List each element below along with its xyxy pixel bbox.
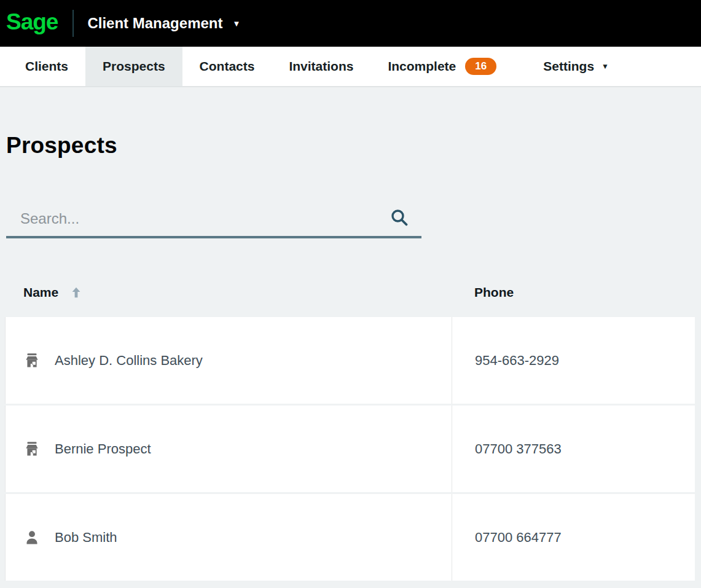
phone-cell: 07700 377563 — [452, 406, 695, 492]
prospect-phone: 07700 664777 — [475, 530, 562, 546]
sage-logo: Sage — [6, 10, 58, 37]
column-header-phone[interactable]: Phone — [452, 285, 695, 300]
search-field — [6, 198, 421, 238]
tab-contacts[interactable]: Contacts — [182, 47, 272, 86]
name-cell: Ashley D. Collins Bakery — [6, 317, 452, 404]
product-name: Client Management — [87, 15, 222, 32]
tab-label: Clients — [25, 59, 68, 74]
prospect-name: Ashley D. Collins Bakery — [55, 353, 203, 369]
tab-label: Prospects — [103, 59, 165, 74]
search-input[interactable] — [6, 198, 421, 236]
tab-label: Incomplete — [388, 59, 456, 74]
prospects-table: Name Phone Ashley D. Collins Bakery 95 — [5, 267, 695, 581]
table-header-row: Name Phone — [5, 267, 695, 317]
name-cell: Bob Smith — [6, 494, 452, 581]
table-row[interactable]: Ashley D. Collins Bakery 954-663-2929 — [5, 317, 695, 404]
tab-invitations[interactable]: Invitations — [272, 47, 370, 86]
page-title: Prospects — [6, 133, 695, 159]
table-row[interactable]: Bernie Prospect 07700 377563 — [5, 406, 695, 492]
prospect-name: Bernie Prospect — [55, 441, 151, 457]
incomplete-count-badge: 16 — [465, 58, 496, 75]
chevron-down-icon: ▼ — [232, 20, 240, 28]
tab-settings-dropdown[interactable]: Settings ▼ — [526, 47, 626, 86]
main-content: Prospects Name Phone — [0, 133, 701, 581]
tab-bar: Clients Prospects Contacts Invitations I… — [0, 47, 701, 87]
person-icon — [23, 529, 41, 546]
chevron-down-icon: ▼ — [601, 63, 609, 70]
column-label: Name — [23, 285, 58, 300]
tab-prospects[interactable]: Prospects — [85, 47, 182, 86]
tab-clients[interactable]: Clients — [8, 47, 85, 86]
topbar-divider — [72, 10, 74, 37]
product-switcher-dropdown[interactable]: Client Management ▼ — [87, 15, 240, 32]
tab-label: Contacts — [200, 59, 255, 74]
prospect-phone: 07700 377563 — [475, 441, 562, 457]
phone-cell: 954-663-2929 — [452, 317, 695, 404]
prospect-phone: 954-663-2929 — [475, 353, 559, 369]
name-cell: Bernie Prospect — [6, 406, 452, 492]
topbar: Sage Client Management ▼ — [0, 0, 701, 47]
sort-up-arrow-icon — [69, 286, 83, 299]
table-row[interactable]: Bob Smith 07700 664777 — [5, 494, 695, 581]
prospect-name: Bob Smith — [55, 530, 117, 546]
search-icon[interactable] — [390, 208, 409, 227]
storefront-icon — [23, 352, 41, 369]
column-label: Phone — [474, 285, 514, 300]
tab-label: Invitations — [289, 59, 353, 74]
storefront-icon — [23, 441, 41, 458]
tab-incomplete[interactable]: Incomplete 16 — [370, 47, 514, 86]
phone-cell: 07700 664777 — [452, 494, 695, 581]
tab-label: Settings — [543, 59, 594, 74]
column-header-name[interactable]: Name — [5, 285, 452, 300]
